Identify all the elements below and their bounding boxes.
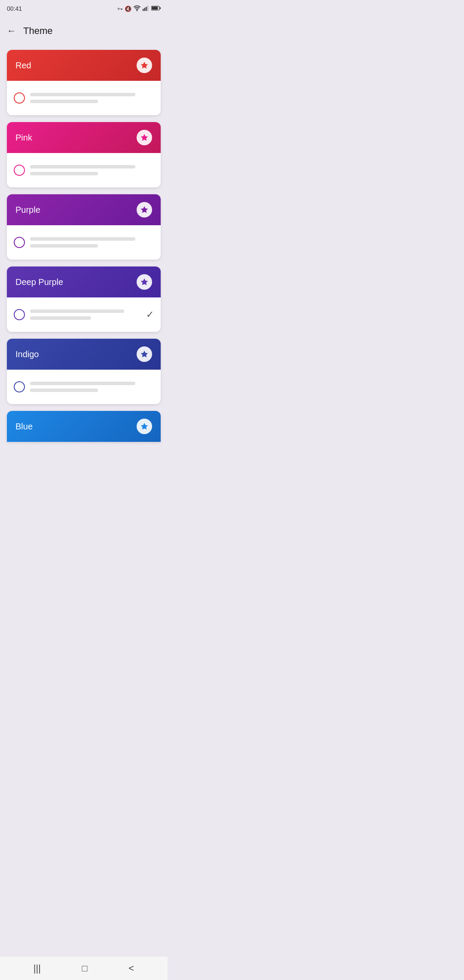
radio-deep-purple[interactable] [14, 309, 25, 320]
preview-lines-red [30, 93, 154, 103]
svg-rect-2 [144, 8, 145, 11]
preview-line-2 [30, 244, 98, 248]
svg-rect-3 [146, 6, 147, 11]
theme-list: Red Pink [0, 45, 168, 447]
radio-red[interactable] [14, 92, 25, 104]
theme-preview-indigo [7, 370, 161, 404]
back-button[interactable]: ← [7, 25, 16, 37]
status-bar: 00:41 🗝 🔇 [0, 0, 168, 17]
theme-name-purple: Purple [15, 205, 40, 215]
theme-card-blue[interactable]: Blue [7, 411, 161, 442]
wifi-icon [133, 5, 141, 12]
preview-lines-indigo [30, 382, 154, 392]
radio-purple[interactable] [14, 237, 25, 248]
battery-icon [151, 6, 161, 12]
radio-indigo[interactable] [14, 381, 25, 392]
preview-line-1 [30, 237, 135, 241]
svg-point-0 [137, 9, 138, 11]
svg-rect-1 [143, 9, 143, 11]
theme-header-blue[interactable]: Blue [7, 411, 161, 442]
star-button-deep-purple[interactable] [137, 274, 152, 290]
theme-name-blue: Blue [15, 422, 33, 432]
theme-name-deep-purple: Deep Purple [15, 277, 63, 287]
theme-preview-deep-purple: ✓ [7, 297, 161, 332]
key-icon: 🗝 [117, 6, 123, 12]
radio-pink[interactable] [14, 165, 25, 176]
theme-name-red: Red [15, 61, 31, 70]
mute-icon: 🔇 [125, 6, 131, 12]
theme-header-indigo[interactable]: Indigo [7, 339, 161, 370]
star-button-purple[interactable] [137, 202, 152, 217]
signal-icon [143, 5, 150, 12]
preview-lines-purple [30, 237, 154, 248]
preview-line-1 [30, 382, 135, 385]
theme-header-red[interactable]: Red [7, 50, 161, 81]
star-button-red[interactable] [137, 58, 152, 73]
preview-line-2 [30, 389, 98, 392]
status-icons: 🗝 🔇 [117, 5, 161, 12]
preview-line-2 [30, 172, 98, 175]
theme-card-purple[interactable]: Purple [7, 194, 161, 260]
theme-name-indigo: Indigo [15, 349, 39, 359]
preview-lines-deep-purple [30, 309, 141, 320]
preview-line-1 [30, 165, 135, 168]
svg-rect-6 [152, 6, 158, 9]
star-button-blue[interactable] [137, 419, 152, 434]
star-button-pink[interactable] [137, 130, 152, 145]
theme-card-red[interactable]: Red [7, 50, 161, 115]
preview-line-2 [30, 316, 91, 320]
preview-line-2 [30, 100, 98, 103]
svg-rect-4 [147, 6, 148, 11]
theme-name-pink: Pink [15, 133, 32, 143]
theme-header-pink[interactable]: Pink [7, 122, 161, 153]
star-button-indigo[interactable] [137, 346, 152, 362]
header: ← Theme [0, 17, 168, 45]
theme-card-indigo[interactable]: Indigo [7, 339, 161, 404]
status-time: 00:41 [7, 5, 22, 12]
theme-card-deep-purple[interactable]: Deep Purple ✓ [7, 266, 161, 332]
theme-card-pink[interactable]: Pink [7, 122, 161, 187]
theme-preview-purple [7, 225, 161, 260]
checkmark-icon: ✓ [146, 309, 154, 320]
page-title: Theme [23, 25, 52, 37]
theme-preview-red [7, 81, 161, 115]
theme-preview-pink [7, 153, 161, 187]
preview-line-1 [30, 93, 135, 96]
theme-header-deep-purple[interactable]: Deep Purple [7, 266, 161, 297]
svg-rect-7 [160, 7, 161, 9]
theme-header-purple[interactable]: Purple [7, 194, 161, 225]
preview-line-1 [30, 309, 124, 313]
preview-lines-pink [30, 165, 154, 175]
